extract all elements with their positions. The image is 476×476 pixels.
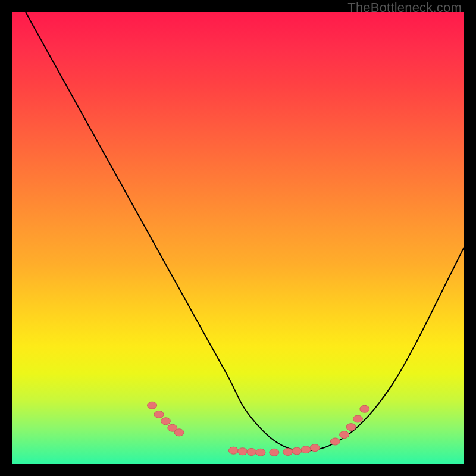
curve-marker	[256, 449, 265, 456]
curve-marker	[174, 429, 184, 436]
curve-marker	[228, 447, 238, 454]
curve-marker	[340, 431, 349, 439]
bottleneck-curve-svg	[12, 12, 464, 464]
chart-frame: TheBottleneck.com	[0, 0, 476, 476]
curve-markers	[148, 402, 369, 456]
curve-marker	[301, 446, 311, 453]
curve-marker	[283, 448, 293, 455]
curve-marker	[247, 448, 256, 455]
curve-marker	[292, 447, 302, 455]
bottleneck-curve	[26, 12, 464, 451]
curve-marker	[161, 418, 170, 425]
curve-marker	[270, 449, 279, 456]
plot-area	[12, 12, 464, 464]
curve-marker	[330, 438, 340, 445]
curve-marker	[346, 424, 356, 431]
curve-marker	[353, 415, 362, 422]
curve-marker	[238, 448, 248, 455]
curve-marker	[360, 405, 369, 412]
curve-marker	[148, 402, 157, 409]
curve-marker	[154, 411, 164, 418]
curve-marker	[310, 444, 320, 452]
